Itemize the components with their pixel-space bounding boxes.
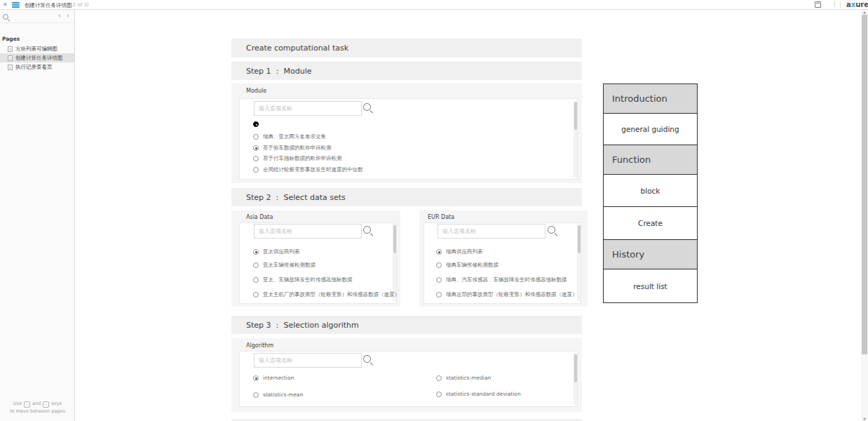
radio-option-label: 瑞典供应商列表: [446, 248, 483, 255]
right-key-icon: ›: [43, 401, 49, 408]
toc-item[interactable]: general guiding: [604, 113, 697, 145]
radio-icon: [436, 292, 442, 298]
scroll-down-icon[interactable]: ▼: [861, 417, 868, 421]
page-count: (2 of 3): [71, 2, 89, 8]
module-search-input[interactable]: [254, 101, 362, 116]
radio-option[interactable]: 基于验车数据的欺诈申诉检测: [253, 145, 332, 152]
prototype-canvas: Create computational task Step 1 ： Modul…: [76, 10, 861, 421]
axure-player-window: ✕ 创建计算任务详情图 (2 of 3) ⋮ axure ‹ › Pages 方…: [0, 0, 868, 421]
radio-option[interactable]: 瑞典、汽车传感器、车辆故障发生时传感器指标数据: [436, 276, 567, 283]
main-scrollbar-thumb[interactable]: [862, 15, 867, 354]
radio-option[interactable]: 亚太供应商列表: [253, 248, 300, 255]
panel-label: Asia Data: [246, 214, 273, 220]
radio-icon-selected: [436, 249, 442, 255]
radio-option-label: 全局统计轮毂变形事故发生时速度的中位数: [263, 166, 363, 173]
panel-scrollbar-thumb[interactable]: [574, 354, 577, 382]
search-icon[interactable]: [363, 103, 374, 114]
radio-option[interactable]: 瑞典、亚太两方名单求交集: [253, 133, 326, 140]
panel-scrollbar[interactable]: [393, 224, 396, 301]
radio-icon: [436, 277, 442, 283]
radio-icon: [436, 392, 442, 397]
toc-header[interactable]: Introduction: [604, 84, 697, 113]
radio-option-label: 瑞典车辆维修检测数据: [446, 262, 499, 269]
radio-icon: [253, 292, 259, 298]
toc-item[interactable]: block: [604, 174, 697, 206]
radio-icon: [253, 392, 259, 398]
radio-option-label: statistics-median: [446, 375, 491, 381]
radio-option[interactable]: 瑞典供应商列表: [436, 248, 483, 255]
sidebar-page-item-selected[interactable]: 创建计算任务详情图: [0, 53, 75, 62]
panel-scrollbar-thumb[interactable]: [578, 225, 581, 253]
next-page-icon[interactable]: ›: [67, 12, 69, 19]
search-icon[interactable]: [548, 226, 558, 236]
left-key-icon: ‹: [24, 401, 30, 408]
radio-option-label: 亚太车辆维修检测数据: [263, 262, 316, 269]
toc-header[interactable]: Function: [604, 145, 697, 174]
pages-sidebar: ‹ › Pages 方块列表可编辑图 创建计算任务详情图 执行记录查看页 Use…: [0, 10, 75, 421]
radio-option-label: 瑞典总部的事故类型（轮毂变形）和传感器数据（速度）: [446, 291, 578, 298]
step1-heading: Step 1 ： Module: [231, 62, 582, 80]
radio-option[interactable]: statistics-standard deviation: [436, 391, 521, 397]
radio-option[interactable]: statistics-mean: [253, 392, 303, 398]
page-item-label: 方块列表可编辑图: [15, 46, 57, 53]
search-icon[interactable]: [363, 226, 374, 236]
radio-option[interactable]: 瑞典总部的事故类型（轮毂变形）和传感器数据（速度）: [436, 291, 578, 298]
panel-scrollbar[interactable]: [574, 353, 577, 405]
sidebar-search-row: ‹ ›: [0, 10, 75, 23]
radio-option[interactable]: 瑞典车辆维修检测数据: [436, 262, 499, 269]
sidebar-page-item[interactable]: 执行记录查看页: [0, 62, 75, 72]
algorithm-search-input[interactable]: [254, 353, 362, 368]
keyboard-hint: Use ‹ and › keys to move between pages: [0, 400, 75, 415]
radio-option[interactable]: 全局统计轮毂变形事故发生时速度的中位数: [253, 166, 363, 173]
radio-option-label: 亚太供应商列表: [263, 248, 300, 255]
panel-scrollbar-thumb[interactable]: [574, 102, 577, 130]
sidebar-page-item[interactable]: 方块列表可编辑图: [0, 44, 75, 53]
sitemap-toggle-icon[interactable]: [12, 2, 20, 8]
eur-search-input[interactable]: [438, 224, 545, 239]
eur-data-panel: EUR Data 瑞典供应商列表 瑞典车辆维修检测数据 瑞典、汽车传感器、车辆故…: [419, 210, 588, 307]
page-icon: [8, 55, 13, 61]
radio-option-label: 瑞典、汽车传感器、车辆故障发生时传感器指标数据: [446, 276, 567, 283]
radio-option-label: statistics-mean: [263, 392, 303, 398]
radio-icon-selected: [253, 145, 259, 151]
panel-scrollbar[interactable]: [577, 224, 581, 301]
scroll-up-icon[interactable]: ▲: [861, 10, 868, 14]
toc-item[interactable]: result list: [604, 269, 697, 302]
search-icon[interactable]: [363, 355, 374, 366]
radio-option-label: statistics-standard deviation: [446, 391, 521, 397]
step3-heading: Step 3 ： Selection algorithm: [231, 316, 582, 334]
panel-scrollbar-thumb[interactable]: [393, 225, 396, 253]
toc-item[interactable]: Create: [604, 206, 697, 239]
panel-label: Module: [246, 88, 266, 94]
panel-scrollbar[interactable]: [574, 101, 577, 177]
radio-option[interactable]: statistics-median: [436, 375, 491, 381]
radio-icon: [436, 375, 442, 381]
radio-option-label: intersection: [263, 375, 294, 381]
panel-label: EUR Data: [428, 214, 454, 220]
toolbar-divider: [840, 1, 841, 8]
radio-option[interactable]: 基于行车指标数据的欺诈申诉检测: [253, 155, 342, 162]
panel-label: Algorithm: [246, 342, 273, 349]
main-scrollbar[interactable]: ▲ ▼: [861, 10, 868, 421]
radio-icon: [253, 134, 259, 140]
radio-option[interactable]: 亚太主机厂的事故类型（轮毂变形）和传感器数据（速度）: [253, 291, 400, 298]
radio-icon: [253, 277, 259, 283]
toc-header[interactable]: History: [604, 239, 697, 269]
search-icon[interactable]: [3, 14, 10, 21]
asia-search-input[interactable]: [254, 224, 362, 239]
prev-page-icon[interactable]: ‹: [58, 12, 61, 19]
module-panel: Module 瑞典、亚太两方名单求交集 基于验车数据的欺诈申诉检测 基于行车指标…: [231, 83, 582, 183]
kebab-menu-icon[interactable]: ⋮: [832, 1, 837, 7]
asia-data-panel: Asia Data 亚太供应商列表 亚太车辆维修检测数据 亚太、车辆故障发生时传…: [231, 210, 400, 307]
close-icon[interactable]: ✕: [3, 1, 8, 8]
radio-option[interactable]: [253, 121, 259, 127]
radio-option[interactable]: 亚太、车辆故障发生时传感器指标数据: [253, 276, 353, 283]
page-icon: [8, 65, 13, 70]
radio-option[interactable]: 亚太车辆维修检测数据: [253, 262, 316, 269]
console-icon[interactable]: [815, 1, 821, 8]
radio-option[interactable]: intersection: [253, 375, 294, 381]
radio-icon-dark: [253, 121, 259, 127]
radio-option-label: 瑞典、亚太两方名单求交集: [263, 133, 326, 140]
radio-option-label: 基于行车指标数据的欺诈申诉检测: [263, 155, 342, 162]
axure-logo[interactable]: axure: [846, 1, 868, 8]
